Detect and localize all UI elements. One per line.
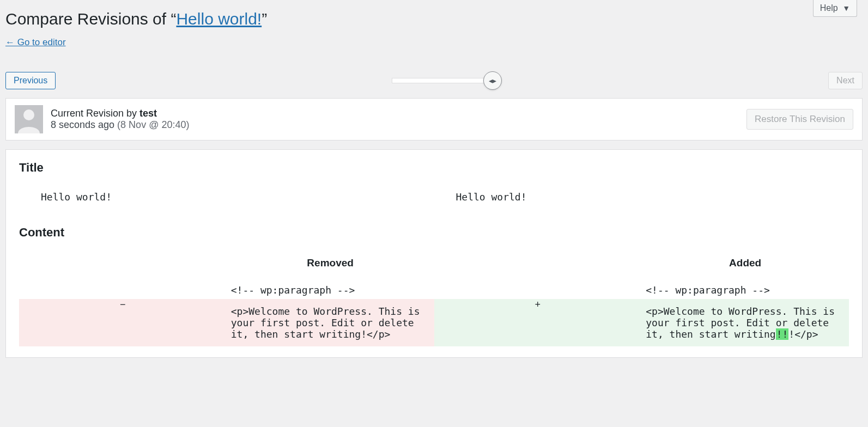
- restore-revision-button: Restore This Revision: [746, 109, 853, 130]
- title-suffix: ”: [262, 10, 267, 28]
- help-label: Help: [820, 3, 838, 13]
- help-tab[interactable]: Help ▼: [813, 0, 857, 17]
- removed-header: Removed: [227, 253, 434, 281]
- title-prefix: Compare Revisions of “: [5, 10, 176, 28]
- go-to-editor-link[interactable]: ← Go to editor: [5, 37, 66, 48]
- page-title: Compare Revisions of “Hello world!”: [5, 10, 863, 28]
- diff-card: Title Hello world! Hello world! Content …: [5, 149, 863, 358]
- slider-track[interactable]: ◂▸: [392, 78, 493, 83]
- dropdown-triangle-icon: ▼: [842, 4, 850, 13]
- slider-handle-icon: ◂▸: [489, 76, 496, 85]
- next-button: Next: [828, 72, 863, 89]
- added-highlight: !!: [776, 328, 789, 340]
- diff-content-heading: Content: [19, 225, 849, 240]
- avatar: [15, 105, 43, 133]
- revision-time-ago: 8 seconds ago: [51, 119, 114, 130]
- post-title-link[interactable]: Hello world!: [176, 10, 262, 28]
- diff-title-heading: Title: [19, 161, 849, 175]
- removed-content: <p>Welcome to WordPress. This is your fi…: [227, 299, 434, 346]
- slider-handle[interactable]: ◂▸: [483, 71, 502, 90]
- diff-title-table: Hello world! Hello world!: [19, 188, 849, 225]
- previous-button[interactable]: Previous: [5, 72, 56, 89]
- added-marker: +: [434, 299, 642, 346]
- revision-meta-card: Current Revision by test 8 seconds ago (…: [5, 98, 863, 141]
- diff-content-table: Removed Added <!-- wp:paragraph --> <!--…: [19, 253, 849, 346]
- added-header: Added: [641, 253, 849, 281]
- revision-date-detail: (8 Nov @ 20:40): [117, 119, 189, 130]
- revision-author: test: [139, 108, 157, 119]
- revision-slider[interactable]: ◂▸: [56, 78, 828, 83]
- context-right: <!-- wp:paragraph -->: [641, 281, 849, 299]
- current-revision-label: Current Revision by: [51, 108, 139, 119]
- revision-meta-info: Current Revision by test 8 seconds ago (…: [51, 108, 189, 131]
- added-content: <p>Welcome to WordPress. This is your fi…: [641, 299, 849, 346]
- title-right: Hello world!: [452, 188, 849, 206]
- removed-marker: −: [19, 299, 227, 346]
- avatar-placeholder-icon: [15, 105, 43, 133]
- title-left: Hello world!: [37, 188, 434, 206]
- context-left: <!-- wp:paragraph -->: [227, 281, 434, 299]
- svg-point-1: [23, 109, 34, 120]
